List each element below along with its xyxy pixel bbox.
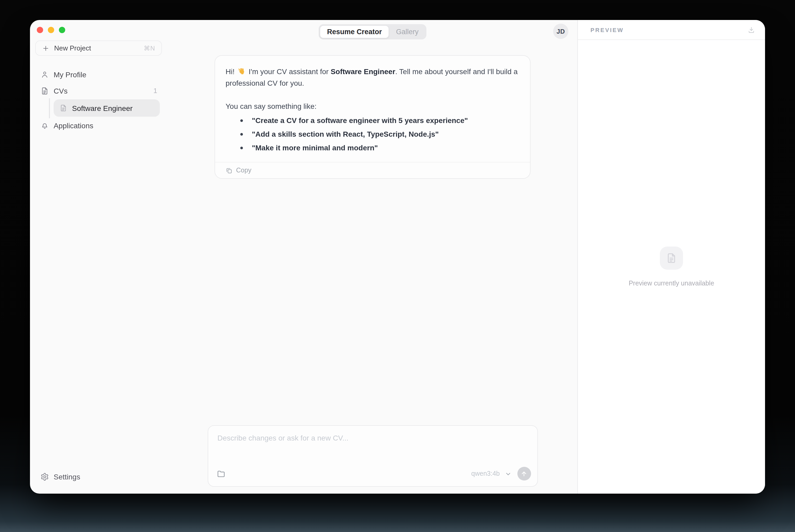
new-project-label: New Project (54, 44, 91, 52)
waving-hand-icon (238, 67, 246, 75)
folder-icon (216, 469, 225, 478)
indent-guide (49, 98, 50, 118)
composer-toolbar: qwen3:4b (208, 467, 537, 486)
composer-input[interactable] (208, 426, 537, 467)
sidebar-item-label: Applications (54, 121, 93, 130)
suggestion-item: "Add a skills section with React, TypeSc… (239, 128, 519, 140)
main-area: Resume Creator Gallery JD Hi! I'm your C… (168, 20, 577, 494)
message-footer: Copy (215, 162, 530, 178)
sidebar: New Project ⌘N My Profile CVs 1 (30, 20, 168, 494)
model-selector[interactable]: qwen3:4b (471, 470, 511, 477)
sidebar-item-software-engineer[interactable]: Software Engineer (54, 99, 160, 117)
copy-button[interactable]: Copy (226, 167, 251, 174)
file-icon (59, 104, 67, 112)
assistant-message-body: Hi! I'm your CV assistant for Software E… (215, 56, 530, 162)
composer: qwen3:4b (207, 425, 537, 487)
sidebar-item-cvs[interactable]: CVs 1 (35, 82, 163, 99)
sidebar-item-label: My Profile (54, 70, 86, 79)
cvs-sublist: Software Engineer (35, 99, 163, 117)
copy-icon (226, 167, 232, 174)
attach-file-button[interactable] (216, 469, 225, 478)
model-label: qwen3:4b (471, 470, 500, 477)
user-icon (40, 70, 49, 79)
chat-area: Hi! I'm your CV assistant for Software E… (168, 50, 577, 425)
suggestion-item: "Make it more minimal and modern" (239, 142, 519, 153)
tab-resume-creator[interactable]: Resume Creator (320, 25, 389, 38)
preview-title: PREVIEW (590, 26, 624, 33)
suggestion-item: "Create a CV for a software engineer wit… (239, 115, 519, 126)
traffic-lights (37, 27, 65, 33)
suggestion-list: "Create a CV for a software engineer wit… (239, 115, 519, 153)
copy-label: Copy (236, 167, 251, 174)
sidebar-item-applications[interactable]: Applications (35, 117, 163, 134)
suggestion-intro: You can say something like: (226, 100, 519, 112)
document-icon (666, 252, 677, 264)
chevron-down-icon (505, 470, 511, 477)
zoom-button[interactable] (59, 27, 65, 33)
sidebar-item-label: CVs (54, 87, 68, 95)
app-window: New Project ⌘N My Profile CVs 1 (30, 20, 765, 494)
sidebar-item-my-profile[interactable]: My Profile (35, 66, 163, 82)
gear-icon (40, 473, 49, 481)
preview-body: Preview currently unavailable (578, 40, 765, 494)
avatar[interactable]: JD (553, 24, 568, 39)
close-button[interactable] (37, 27, 43, 33)
bell-icon (40, 121, 49, 130)
assistant-message: Hi! I'm your CV assistant for Software E… (214, 55, 531, 179)
preview-placeholder-tile (660, 247, 683, 270)
greeting-text: Hi! I'm your CV assistant for Software E… (226, 66, 519, 89)
new-project-shortcut: ⌘N (144, 44, 155, 52)
screen: New Project ⌘N My Profile CVs 1 (0, 0, 795, 532)
download-icon (748, 26, 755, 33)
preview-panel: PREVIEW Preview currently unavailable (577, 20, 765, 494)
main-header: Resume Creator Gallery JD (168, 20, 577, 50)
cvs-count-badge: 1 (153, 87, 157, 95)
new-project-button[interactable]: New Project ⌘N (35, 40, 162, 56)
settings-label: Settings (54, 473, 80, 481)
sidebar-item-settings[interactable]: Settings (35, 469, 163, 485)
send-button[interactable] (517, 467, 531, 480)
composer-actions: qwen3:4b (471, 467, 531, 480)
file-icon (40, 87, 49, 95)
view-switcher: Resume Creator Gallery (319, 24, 427, 39)
plus-icon (42, 44, 50, 52)
sidebar-item-label: Software Engineer (72, 104, 132, 112)
preview-empty-message: Preview currently unavailable (629, 280, 714, 287)
sidebar-nav: My Profile CVs 1 Software Engine (35, 66, 163, 134)
download-button[interactable] (748, 26, 755, 33)
role-name: Software Engineer (331, 67, 395, 76)
tab-gallery[interactable]: Gallery (389, 25, 425, 38)
preview-header: PREVIEW (578, 20, 765, 40)
minimize-button[interactable] (48, 27, 54, 33)
arrow-up-icon (520, 470, 527, 477)
